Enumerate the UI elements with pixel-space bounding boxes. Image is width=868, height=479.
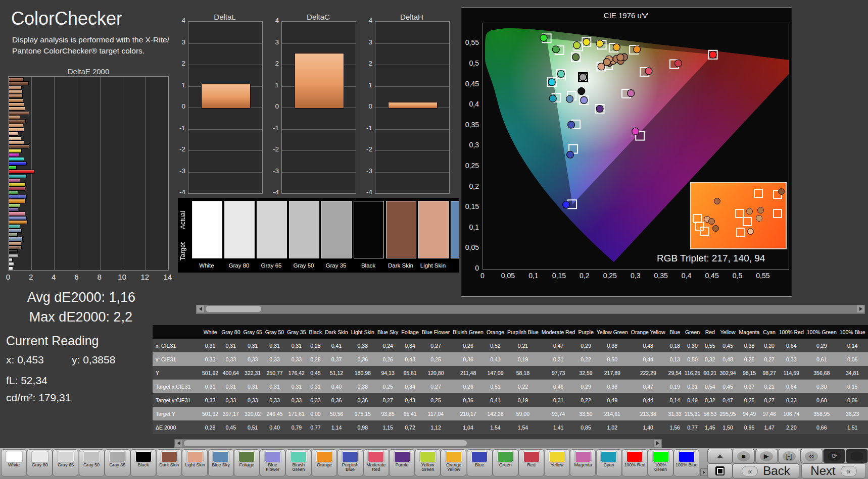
- cie-x-tick-label: 0,35: [654, 272, 668, 280]
- mini-tick-label: -3: [266, 167, 279, 175]
- strip-swatch-label: Gray 35: [319, 262, 353, 271]
- patch-button-red[interactable]: Red: [518, 449, 544, 476]
- patch-color-chip: [291, 451, 307, 462]
- deltae-bar: [9, 207, 18, 211]
- patch-button-light-skin[interactable]: Light Skin: [182, 449, 208, 476]
- target-label: Target: [179, 236, 187, 267]
- patch-button-moderate-red[interactable]: Moderate Red: [363, 449, 389, 476]
- table-cell: 1,04: [451, 420, 485, 434]
- table-cell: 0,27: [376, 393, 400, 407]
- patch-button-label: Gray 80: [31, 463, 49, 467]
- row-label: y: CIE31: [153, 352, 201, 366]
- mini-gridline: [188, 129, 262, 130]
- strip-scrollbar[interactable]: [196, 305, 865, 314]
- deltae-bar: [9, 119, 26, 123]
- table-cell: 0,36: [350, 393, 376, 407]
- patch-button-cyan[interactable]: Cyan: [596, 449, 622, 476]
- patch-button-blue[interactable]: Blue: [467, 449, 493, 476]
- patch-button-foliage[interactable]: Foliage: [234, 449, 260, 476]
- patch-button-label: Purple: [395, 463, 409, 467]
- deltae-gridline: [146, 77, 146, 270]
- play-button[interactable]: ▶: [755, 449, 778, 463]
- patch-button-yellow-green[interactable]: Yellow Green: [415, 449, 441, 476]
- patch-button-label: Light Skin: [184, 463, 206, 467]
- cie-x-tick-label: 0,1: [528, 272, 538, 280]
- patch-button-orange[interactable]: Orange: [311, 449, 337, 476]
- table-cell: 400,64: [220, 366, 242, 380]
- measured-point: [632, 128, 639, 135]
- mini-gridline: [375, 43, 449, 44]
- patch-button-dark-skin[interactable]: Dark Skin: [156, 449, 182, 476]
- scroll-up-button[interactable]: [707, 449, 733, 463]
- table-cell: 0,25: [738, 352, 761, 366]
- deltae-bar: [9, 229, 22, 233]
- strip-swatch-label: Gray 50: [287, 262, 320, 271]
- patch-button-white[interactable]: White: [1, 449, 27, 476]
- patch-button-purplish-blue[interactable]: Purplish Blue: [337, 449, 363, 476]
- patch-color-chip: [135, 451, 152, 462]
- table-scroll-left-arrow[interactable]: [175, 440, 182, 447]
- patch-button-gray-80[interactable]: Gray 80: [27, 449, 53, 476]
- table-cell: 0,13: [667, 352, 683, 366]
- deltae-bar: [9, 211, 25, 216]
- table-cell: 0,41: [323, 339, 350, 352]
- table-cell: 31,33: [667, 407, 683, 420]
- patch-button-100-blue[interactable]: 100% Blue: [673, 449, 699, 476]
- table-cell: 214,61: [595, 407, 630, 420]
- deltae-bar: [9, 136, 21, 140]
- patch-button-gray-65[interactable]: Gray 65: [53, 449, 78, 476]
- patch-button-gray-35[interactable]: Gray 35: [105, 449, 130, 476]
- strip-swatch-label: Light Skin: [416, 262, 450, 271]
- patch-button-orange-yellow[interactable]: Orange Yellow: [441, 449, 466, 476]
- back-button[interactable]: « Back: [733, 463, 799, 478]
- patch-scroll-right-arrow[interactable]: [700, 468, 708, 476]
- refresh-button[interactable]: ⟳: [823, 449, 845, 463]
- current-reading-label: Current Reading: [6, 334, 99, 348]
- deltae-bar: [9, 249, 18, 253]
- patch-button-black[interactable]: Black: [130, 449, 156, 476]
- deltae-bar: [9, 149, 22, 153]
- strip-scrollbar-thumb[interactable]: [206, 306, 261, 312]
- next-button[interactable]: Next »: [801, 463, 866, 478]
- patch-button-yellow[interactable]: Yellow: [544, 449, 570, 476]
- stop-button[interactable]: ■: [733, 449, 755, 463]
- measured-point: [573, 42, 581, 49]
- table-cell: 93,85: [376, 407, 400, 420]
- patch-button-gray-50[interactable]: Gray 50: [79, 449, 105, 476]
- measured-point: [557, 70, 564, 77]
- scroll-left-arrow[interactable]: [197, 305, 204, 312]
- table-cell: 0,48: [718, 352, 737, 366]
- mini-tick-label: -4: [266, 188, 279, 196]
- patch-button-blue-flower[interactable]: Blue Flower: [260, 449, 285, 476]
- scroll-right-arrow[interactable]: [857, 305, 864, 312]
- table-cell: 0,34: [400, 380, 420, 393]
- patch-button-magenta[interactable]: Magenta: [570, 449, 596, 476]
- table-cell: 0,25: [376, 380, 400, 393]
- patch-button-100-green[interactable]: 100% Green: [648, 449, 673, 476]
- measured-point: [540, 34, 547, 41]
- table-cell: 0,45: [718, 380, 737, 393]
- table-cell: 0,31: [285, 339, 307, 352]
- table-scrollbar-thumb[interactable]: [184, 440, 467, 446]
- extra-button[interactable]: [846, 449, 868, 463]
- page-subtitle: Display analysis is performed with the X…: [12, 34, 179, 57]
- pattern-window-button[interactable]: [-]: [778, 449, 800, 463]
- table-cell: 302,94: [718, 366, 737, 380]
- table-cell: 0,43: [400, 352, 420, 366]
- table-cell: 117,04: [420, 407, 451, 420]
- loop-button[interactable]: ∞: [800, 449, 823, 463]
- patch-button-100-red[interactable]: 100% Red: [622, 449, 648, 476]
- avg-de2000: Avg dE2000: 1,16: [10, 290, 135, 305]
- pattern-swatch-button[interactable]: [707, 463, 733, 478]
- patch-button-purple[interactable]: Purple: [389, 449, 415, 476]
- patch-button-blue-sky[interactable]: Blue Sky: [208, 449, 234, 476]
- patch-button-bluish-green[interactable]: Bluish Green: [285, 449, 311, 476]
- mini-tick-label: 2: [172, 60, 185, 67]
- deltae-tick-label: 8: [97, 273, 101, 281]
- patch-button-green[interactable]: Green: [493, 449, 518, 476]
- table-scroll-right-arrow[interactable]: [654, 440, 661, 447]
- table-scrollbar[interactable]: [174, 439, 662, 448]
- table-row: x: CIE310,310,310,310,310,310,280,410,38…: [153, 339, 868, 352]
- table-cell: 0,28: [201, 420, 220, 434]
- table-cell: 1,02: [595, 420, 630, 434]
